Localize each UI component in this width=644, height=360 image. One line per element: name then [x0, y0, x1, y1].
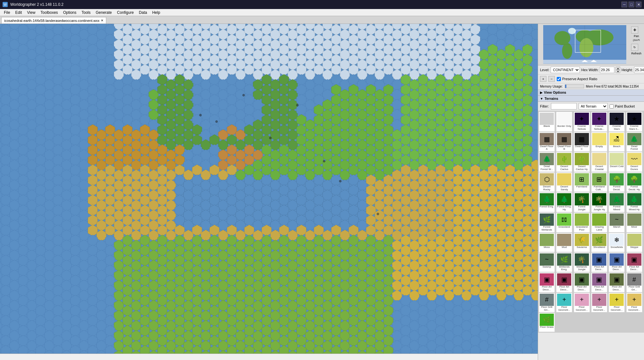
right-panel: + Pan (2d-Pi ↻ Refresh Level: CONTINENT …: [538, 24, 644, 360]
menu-configure[interactable]: Configure: [114, 9, 136, 16]
terrain-item-floor-art-deco3[interactable]: ▣Floor Art Deco...: [626, 252, 642, 272]
terrain-item-floor-geom2[interactable]: +Floor Geometr...: [574, 293, 590, 313]
controls-row-aspect: + − Preserve Aspect Ratio: [538, 75, 644, 83]
refresh-button[interactable]: ↻: [631, 44, 638, 51]
terrain-item-floor-grill2[interactable]: #Floor Grill Gri...: [539, 293, 555, 313]
terrain-item-desert-cactus-h[interactable]: 🌵Desert Cactus Hy: [574, 152, 590, 172]
terrain-item-farmland[interactable]: ⊞Farmland: [574, 172, 590, 192]
paint-bucket-checkbox[interactable]: [610, 104, 614, 109]
terrain-item-swamp[interactable]: ~Swamp: [539, 252, 555, 272]
terrain-item-forest-decid-h[interactable]: 🌳Forest Decid. Hy: [626, 172, 642, 192]
terrain-item-dwarf-floor-b[interactable]: ▦Dwarf Floor B: [556, 132, 572, 152]
terrains-header[interactable]: ▼ Terrains: [538, 96, 644, 102]
terrain-item-savanna[interactable]: 🌾Savanna: [574, 233, 590, 252]
terrain-item-floor-art-deco4[interactable]: ▣Floor Art Deco...: [539, 272, 555, 292]
terrain-item-floor-art-deco7[interactable]: ▣Floor Art Deco...: [591, 272, 607, 292]
preserve-aspect-label[interactable]: Preserve Aspect Ratio: [557, 77, 597, 81]
terrain-item-floor-grass[interactable]: 🌿Floor Grass: [539, 313, 555, 332]
terrain-item-moss[interactable]: Moss: [539, 233, 555, 252]
terrain-item-floor-geom4[interactable]: +Floor Geometr...: [609, 293, 625, 313]
menu-view[interactable]: View: [24, 9, 38, 16]
terrain-item-forest-mixed-h[interactable]: 🌲Forest Mixed Hy: [626, 192, 642, 212]
hex-width-up[interactable]: ▲: [616, 67, 620, 70]
level-dropdown[interactable]: CONTINENT REGION LOCAL: [551, 67, 580, 73]
menu-file[interactable]: File: [1, 9, 13, 16]
minimap-container[interactable]: [543, 25, 626, 64]
terrain-item-grassland[interactable]: 𝌺Grassland: [556, 213, 572, 232]
hex-width-input[interactable]: [600, 67, 614, 73]
terrain-item-dwarf-floor-c[interactable]: ▦Dwarf Floor C: [574, 132, 590, 152]
terrain-item-farmland-cult[interactable]: ⊞Farmland Culti...: [591, 172, 607, 192]
menu-generate[interactable]: Generate: [93, 9, 114, 16]
close-button[interactable]: ✕: [636, 2, 641, 7]
menu-options[interactable]: Options: [61, 9, 79, 16]
terrain-item-desert-coastal[interactable]: Desert Coastal: [591, 152, 607, 172]
terrain-item-desert-sandy[interactable]: Desert Sandy: [556, 172, 572, 192]
terrain-item-blank[interactable]: Blank: [539, 112, 555, 132]
hex-canvas[interactable]: [0, 24, 538, 354]
terrain-item-cosmic-nebula2[interactable]: ✦Cosmic Nebula...: [591, 112, 607, 132]
terrain-item-border-only[interactable]: Border Only: [556, 112, 572, 132]
terrain-item-dead-forest-w[interactable]: 🌲Dead Forest W...: [539, 152, 555, 172]
terrain-item-forest-enrg-h[interactable]: 🌲Forest Enrg. Hy: [556, 192, 572, 212]
terrain-item-floor-geom5[interactable]: +Floor Geometr...: [626, 293, 642, 313]
terrain-type-dropdown[interactable]: All Terrain Land Water: [579, 103, 608, 109]
terrain-item-cosmic-nebula[interactable]: ✦Cosmic Nebula: [574, 112, 590, 132]
terrain-item-steppe[interactable]: Steppe: [626, 233, 642, 252]
terrain-item-forest-jungle[interactable]: 🌴Forest Jungle: [574, 192, 590, 212]
tab-main[interactable]: icosahedral-earth-144x58-landerasedwocca…: [1, 17, 106, 24]
terrain-item-desert-rocky[interactable]: ⬡Desert Rocky: [539, 172, 555, 192]
terrain-thumb-desert-cactus: 🌵: [557, 153, 571, 165]
terrain-item-floor-geom1[interactable]: +Floor Geometr...: [556, 293, 572, 313]
terrain-item-desert-cold[interactable]: Desert Cold: [609, 152, 625, 172]
map-canvas[interactable]: [0, 24, 538, 354]
terrain-item-marsh[interactable]: ~Marsh: [609, 213, 625, 232]
terrain-item-floor-art-deco8[interactable]: ▣Floor Art Deco...: [609, 272, 625, 292]
terrain-item-shrubland[interactable]: 🌿Shrubland: [591, 233, 607, 252]
preserve-aspect-checkbox[interactable]: [557, 77, 561, 81]
terrain-item-dwarf-floor-a[interactable]: ▦Dwarf Floor A: [539, 132, 555, 152]
terrain-item-forest-jungle-h[interactable]: 🌴Forest Jungle Hy: [591, 192, 607, 212]
terrain-item-grassland-poor[interactable]: Grassland Poor: [574, 213, 590, 232]
hex-height-input[interactable]: [634, 67, 644, 73]
tab-close-icon[interactable]: ✕: [101, 19, 103, 22]
terrain-item-desert-cactus[interactable]: 🌵Desert Cactus: [556, 152, 572, 172]
terrain-item-mud[interactable]: Mud: [556, 233, 572, 252]
hex-width-down[interactable]: ▼: [616, 70, 620, 73]
terrain-item-empty[interactable]: Empty: [591, 132, 607, 152]
minus-size-button[interactable]: −: [548, 76, 555, 82]
maximize-button[interactable]: □: [629, 2, 634, 7]
terrain-item-floor-art-deco1[interactable]: ▣Floor Art Deco...: [591, 252, 607, 272]
terrain-item-floor-art-deco5[interactable]: ▣Floor Art Deco...: [556, 272, 572, 292]
terrain-item-snowfields[interactable]: ❄Snowfields: [609, 233, 625, 252]
terrain-item-forest-mixed[interactable]: 🌲Forest Mixed: [609, 192, 625, 212]
terrain-item-forest-wetlands[interactable]: 🌿Forest Wetlands: [539, 213, 555, 232]
filter-input[interactable]: [551, 103, 577, 109]
terrain-item-floor-art-deco2[interactable]: ▣Floor Art Deco...: [609, 252, 625, 272]
terrain-item-floor-grill1[interactable]: #Floor Grill Gri...: [626, 272, 642, 292]
terrain-item-dead-forest[interactable]: 🌲Dead Forest: [626, 132, 642, 152]
minimap-plus-button[interactable]: +: [631, 26, 638, 33]
terrain-item-cosmic-stars[interactable]: ★Cosmic Stars: [609, 112, 625, 132]
minimize-button[interactable]: ─: [621, 2, 627, 7]
menu-data[interactable]: Data: [136, 9, 149, 16]
view-options-header[interactable]: ▶ View Options: [538, 90, 644, 96]
terrain-item-floor-art-deco6[interactable]: ▣Floor Art Deco...: [574, 272, 590, 292]
terrain-item-wetlands-enrg[interactable]: 🌿Wetlands Enrg.: [556, 252, 572, 272]
terrain-item-desert-dunes[interactable]: 〰Desert Dunes: [626, 152, 642, 172]
menu-tools[interactable]: Tools: [79, 9, 93, 16]
menu-edit[interactable]: Edit: [13, 9, 24, 16]
map-area[interactable]: [0, 24, 538, 360]
terrain-item-grazing[interactable]: Grazing Land: [591, 213, 607, 232]
terrain-item-forest-enrg[interactable]: 🌲Forest Enrg.: [539, 192, 555, 212]
terrain-item-forest-decid[interactable]: 🌳Forest Decid.: [609, 172, 625, 192]
terrain-item-wetlands-jungle[interactable]: 🌴Wetlands Jungle: [574, 252, 590, 272]
plus-size-button[interactable]: +: [540, 76, 546, 82]
menu-help[interactable]: Help: [150, 9, 163, 16]
terrain-item-moor[interactable]: Moor: [626, 213, 642, 232]
terrain-item-floor-geom3[interactable]: +Floor Geometr...: [591, 293, 607, 313]
hex-width-spinner[interactable]: ▲ ▼: [616, 67, 620, 73]
menu-toolboxes[interactable]: Toolboxes: [38, 9, 61, 16]
terrain-item-cosmic-stars2[interactable]: ★Cosmic Stars h...: [626, 112, 642, 132]
terrain-item-beach[interactable]: 🏖Beach: [609, 132, 625, 152]
